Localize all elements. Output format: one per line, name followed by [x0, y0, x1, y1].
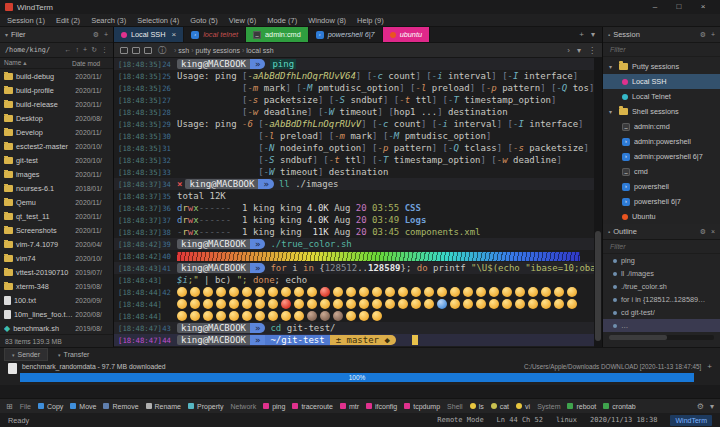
session-item-powershell-6-7[interactable]: ›powershell 6|7	[603, 194, 720, 209]
filer-add-icon[interactable]: +	[104, 31, 108, 39]
menu-item-goto[interactable]: Goto (5)	[190, 16, 218, 25]
session-item-local-ssh[interactable]: Local SSH	[603, 74, 720, 89]
terminal-menu-icon[interactable]: ⋮	[588, 46, 596, 55]
split-pane-icon[interactable]	[120, 47, 128, 54]
outline-item[interactable]: ping	[603, 254, 720, 267]
terminal-line[interactable]: [18:48:35]27 [-s packetsize] [-S sndbuf]…	[114, 94, 594, 106]
filer-settings-icon[interactable]: ⚙	[93, 31, 99, 39]
menu-item-edit[interactable]: Edit (2)	[56, 16, 80, 25]
session-settings-icon[interactable]: ⚙	[700, 31, 706, 39]
terminal-line[interactable]: [18:48:37]37drwx------ 1 king king 4.0K …	[114, 214, 594, 226]
outline-settings-icon[interactable]: ⚙	[700, 228, 706, 236]
outline-panel-header[interactable]: ▪ Outline ⚙ ×	[603, 224, 720, 240]
scrollbar-thumb[interactable]	[595, 231, 601, 341]
pane-layout-icon[interactable]	[132, 47, 140, 54]
tab-powershell-6-7[interactable]: ›powershell 6|7	[309, 27, 383, 42]
outline-item[interactable]: …	[603, 319, 720, 332]
toolbar-item-cat[interactable]: cat	[491, 403, 509, 410]
file-row[interactable]: ◆benchmark.sh2019/08/	[0, 321, 113, 334]
terminal-output[interactable]: [18:48:35]24king@MACBOOK»ping[18:48:35]2…	[114, 58, 594, 347]
download-item[interactable]: benchmark_randomdata - 97.7 MB downloade…	[0, 361, 720, 372]
refresh-icon[interactable]: ↻	[91, 46, 97, 54]
more-menu-icon[interactable]: ⋮	[101, 46, 108, 54]
session-item-admin-powershell-6-7[interactable]: ›admin:powershell 6|7	[603, 149, 720, 164]
session-item-cmd[interactable]: _cmd	[603, 164, 720, 179]
expand-icon[interactable]: ▾	[609, 108, 615, 115]
terminal-line[interactable]: [18:48:42]40	[114, 250, 594, 262]
outline-hscrollbar[interactable]	[609, 335, 714, 340]
terminal-line[interactable]: [18:48:42]39king@MACBOOK»./true_color.sh	[114, 238, 594, 250]
file-row[interactable]: images2020/11/	[0, 167, 113, 181]
terminal-line[interactable]: [18:48:35]28 [-w deadline] [-W timeout] …	[114, 106, 594, 118]
tab-ubuntu[interactable]: ubuntu	[383, 27, 430, 42]
column-header-date[interactable]: Date mod	[72, 60, 113, 67]
terminal-line[interactable]: [18:48:44]42	[114, 286, 594, 298]
file-row[interactable]: Qemu2020/11/	[0, 195, 113, 209]
maximize-button[interactable]: □	[667, 0, 691, 14]
tab-local-ssh[interactable]: Local SSH×	[114, 27, 184, 42]
file-row[interactable]: build-profile2020/11/	[0, 83, 113, 97]
back-icon[interactable]: ←	[65, 46, 72, 54]
hscrollbar-thumb[interactable]	[609, 335, 667, 340]
file-row[interactable]: build-release2020/11/	[0, 97, 113, 111]
filer-header[interactable]: ▾ Filer ⚙ +	[0, 27, 113, 43]
file-row[interactable]: 10m_lines_foo.t…2020/08/	[0, 307, 113, 321]
menu-item-view[interactable]: View (6)	[229, 16, 256, 25]
transfer-tab-sender[interactable]: ▾Sender	[4, 348, 48, 361]
tab-admin-cmd[interactable]: _admin:cmd	[246, 27, 309, 42]
file-row[interactable]: vim-7.4.10792020/04/	[0, 237, 113, 251]
pane-grid-icon[interactable]	[144, 47, 152, 54]
column-header-name[interactable]: Name ▴	[0, 59, 72, 67]
breadcrumb-forward-icon[interactable]: ›	[567, 46, 570, 55]
session-item-local-telnet[interactable]: Local Telnet	[603, 89, 720, 104]
file-row[interactable]: vttest-201907102019/07/	[0, 265, 113, 279]
terminal-line[interactable]: [18:48:37]36drwx------ 1 king king 4.0K …	[114, 202, 594, 214]
close-button[interactable]: ×	[691, 0, 715, 14]
terminal-line[interactable]: [18:48:35]29Usage: ping -6 [-aAbBdDfhLnO…	[114, 118, 594, 130]
info-icon[interactable]: ⓘ	[158, 45, 166, 56]
menu-item-window[interactable]: Window (8)	[308, 16, 346, 25]
terminal-line[interactable]: [18:48:43]$i;" | bc) "; done; echo	[114, 274, 594, 286]
expand-icon[interactable]: ▾	[609, 63, 615, 70]
file-row[interactable]: Screenshots2020/11/	[0, 223, 113, 237]
tab-local-telnet[interactable]: ›local telnet	[184, 27, 246, 42]
file-row[interactable]: vim742020/10/	[0, 251, 113, 265]
terminal-line[interactable]: [18:48:35]33 [-W timeout] destination	[114, 166, 594, 178]
terminal-line[interactable]: [18:48:37]38-rwx------ 1 king king 11K A…	[114, 226, 594, 238]
terminal-line[interactable]: [18:48:44]	[114, 310, 594, 322]
toolbar-more-icon[interactable]: ▾	[710, 402, 714, 411]
toolbar-item-vi[interactable]: vi	[516, 403, 530, 410]
outline-item[interactable]: for i in {128512..128589…	[603, 293, 720, 306]
session-panel-header[interactable]: ▪ Session ⚙ +	[603, 27, 720, 43]
toolbar-item-ls[interactable]: ls	[470, 403, 484, 410]
terminal-line[interactable]: [18:48:47]44king@MACBOOK»~/git-test± mas…	[114, 334, 594, 346]
session-item-putty-sessions[interactable]: ▾Putty sessions	[603, 59, 720, 74]
breadcrumb-segment[interactable]: local ssh	[246, 47, 273, 54]
toolbar-item-reboot[interactable]: reboot	[567, 403, 596, 410]
up-icon[interactable]: ↑	[76, 46, 80, 54]
transfer-tab-transfer[interactable]: ▾Transfer	[50, 348, 97, 361]
menu-item-search[interactable]: Search (3)	[91, 16, 126, 25]
session-filter-input[interactable]: Filter	[603, 43, 720, 57]
breadcrumb-segment[interactable]: putty sessions	[196, 47, 240, 54]
toolbar-item-crontab[interactable]: crontab	[603, 403, 635, 410]
file-row[interactable]: xterm-3482019/08/	[0, 279, 113, 293]
outline-item[interactable]: ll ./images	[603, 267, 720, 280]
toolbar-item-remove[interactable]: Remove	[103, 403, 138, 410]
terminal-line[interactable]: [18:48:44]	[114, 298, 594, 310]
toolbar-item-property[interactable]: Property	[188, 403, 223, 410]
session-item-shell-sessions[interactable]: ▾Shell sessions	[603, 104, 720, 119]
outline-item[interactable]: cd git-test/	[603, 306, 720, 319]
toolbar-settings-icon[interactable]: ⚙	[697, 402, 704, 411]
new-folder-icon[interactable]: +	[83, 46, 87, 54]
terminal-line[interactable]: [18:48:37]34×king@MACBOOK»ll ./images	[114, 178, 594, 190]
file-row[interactable]: Desktop2020/08/	[0, 111, 113, 125]
terminal-line[interactable]: [18:48:35]31 [-N nodeinfo_option] [-p pa…	[114, 142, 594, 154]
outline-filter-input[interactable]: Filter	[603, 240, 720, 254]
terminal-line[interactable]: [18:48:35]32 [-S sndbuf] [-t ttl] [-T ti…	[114, 154, 594, 166]
toolbar-item-ping[interactable]: ping	[263, 403, 285, 410]
toolbar-item-tcpdump[interactable]: tcpdump	[404, 403, 440, 410]
toolbar-item-rename[interactable]: Rename	[146, 403, 181, 410]
toolbar-grid-icon[interactable]: ⊞	[6, 402, 13, 411]
breadcrumb-segment[interactable]: ssh	[178, 47, 189, 54]
